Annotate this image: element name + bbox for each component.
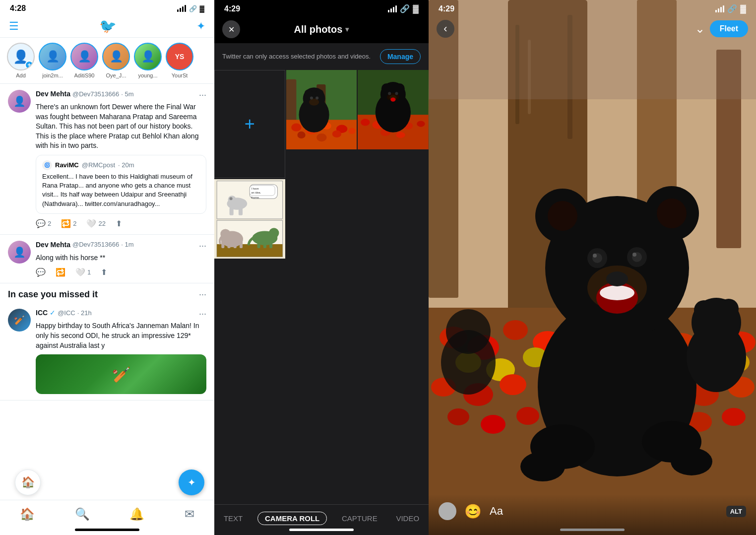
photos-battery-icon: ▓ (413, 4, 419, 13)
svg-point-17 (310, 97, 313, 100)
reply-btn-1[interactable]: 💬 2 (36, 219, 51, 228)
hamburger-menu-icon[interactable]: ☰ (9, 20, 19, 33)
icc-avatar[interactable]: 🏏 (8, 309, 31, 332)
tweet-more-2[interactable]: ··· (199, 241, 206, 251)
fleet-chevron-down-icon: ⌄ (695, 22, 705, 36)
svg-point-95 (500, 374, 526, 395)
fleet-alt-button[interactable]: ALT (726, 506, 746, 517)
tweet-header-2: Dev Mehta @Dev73513666 · 1m ··· (36, 241, 206, 251)
icc-tweet-item: 🏏 ICC ✓ @ICC · 21h ··· Happy birthday to… (0, 303, 214, 401)
story-avatar-2[interactable]: 👤 (39, 43, 66, 70)
svg-point-8 (297, 132, 305, 138)
story-item-6[interactable]: YS YourSt (166, 43, 193, 78)
like-btn-1[interactable]: 🤍 22 (86, 219, 105, 228)
photo-cell-bear1[interactable] (286, 70, 357, 149)
tweet-more-1[interactable]: ··· (199, 90, 206, 100)
feed-time: 4:28 (10, 4, 26, 13)
add-photo-cell[interactable]: + (214, 70, 285, 178)
tweet-name-1: Dev Mehta (36, 90, 70, 98)
twitter-feed-panel: 4:28 🔗 ▓ ☰ 🐦 ✦ 👤 + Add (0, 0, 214, 535)
svg-point-134 (719, 299, 739, 319)
retweet-btn-1[interactable]: 🔁 2 (61, 219, 76, 228)
story-avatar-6[interactable]: YS (166, 43, 193, 70)
svg-point-11 (348, 128, 355, 134)
bear-photo-2-img (358, 70, 429, 149)
icc-handle: @ICC (58, 309, 75, 317)
story-avatar-5[interactable]: 👤 (134, 43, 162, 70)
icc-more[interactable]: ··· (199, 309, 206, 319)
add-story-avatar[interactable]: 👤 + (7, 43, 35, 70)
tweet-avatar-1[interactable]: 👤 (8, 90, 31, 113)
svg-point-119 (548, 201, 577, 231)
tweet-item-2: 👤 Dev Mehta @Dev73513666 · 1m ··· Along … (0, 235, 214, 284)
home-shortcut-button[interactable]: 🏠 (15, 469, 41, 495)
fleet-bear-image (429, 0, 756, 535)
tab-text[interactable]: TEXT (220, 512, 247, 525)
share-btn-1[interactable]: ⬆ (116, 219, 122, 228)
svg-point-25 (417, 121, 425, 127)
quoted-tweet-1[interactable]: 🌀 RaviMC @RMCpost · 20m Excellent... I h… (36, 155, 206, 214)
story-item-2[interactable]: 👤 join2m... (39, 43, 66, 78)
fleet-back-button[interactable]: ‹ (437, 20, 454, 38)
compose-tweet-button[interactable]: ✦ (179, 469, 204, 495)
story-label-3: AditiS90 (74, 72, 95, 78)
photo-cell-comic[interactable]: My face is out of the frame. I have an i… (214, 179, 285, 259)
story-label-5: young... (138, 72, 157, 78)
fleet-viewer-panel: 4:29 🔗 ▓ ‹ ⌄ Fleet 😊 Aa ALT (429, 0, 756, 535)
icc-user-info: ICC ✓ @ICC · 21h (36, 309, 92, 317)
nav-search-button[interactable]: 🔍 (69, 505, 96, 523)
nav-notifications-button[interactable]: 🔔 (124, 505, 150, 523)
fleet-bottom-bar: 😊 Aa ALT (429, 494, 756, 535)
section-title: In case you missed it (8, 289, 98, 300)
photos-title[interactable]: All photos ▾ (294, 24, 349, 35)
twitter-logo: 🐦 (99, 18, 117, 34)
story-avatar-4[interactable]: 👤 (102, 43, 130, 70)
svg-point-36 (391, 98, 396, 102)
svg-point-31 (395, 83, 405, 93)
add-story-item[interactable]: 👤 + Add (7, 43, 35, 78)
tab-capture[interactable]: CAPTURE (338, 512, 381, 525)
tweet-item-1: 👤 Dev Mehta @Dev73513666 · 5m ··· There'… (0, 84, 214, 235)
signal-icon (177, 5, 186, 12)
photo-cell-bear2[interactable] (358, 70, 429, 149)
nav-home-button[interactable]: 🏠 (14, 505, 41, 523)
svg-point-34 (395, 92, 398, 95)
fleet-emoji-button[interactable]: 😊 (464, 503, 482, 520)
story-avatar-3[interactable]: 👤 (70, 43, 98, 70)
tweet-user-info-1: Dev Mehta @Dev73513666 · 5m (36, 90, 133, 98)
tweet-actions-2: 💬 🔁 🤍 1 ⬆ (36, 268, 206, 277)
fleet-nav: ‹ ⌄ Fleet (429, 0, 756, 44)
bear-photo-1-img (286, 70, 357, 149)
retweet-count-1: 2 (73, 220, 76, 227)
tab-camera-roll[interactable]: CAMERA ROLL (257, 512, 327, 525)
fleet-text-button[interactable]: Aa (490, 505, 503, 518)
photos-home-indicator (289, 529, 354, 531)
svg-rect-58 (240, 239, 243, 248)
like-count-1: 22 (98, 220, 105, 227)
share-btn-2[interactable]: ⬆ (101, 268, 107, 277)
photos-close-button[interactable]: ✕ (222, 20, 240, 38)
like-icon-2: 🤍 (75, 268, 85, 277)
nav-messages-button[interactable]: ✉ (179, 505, 200, 523)
retweet-btn-2[interactable]: 🔁 (56, 268, 65, 277)
svg-point-10 (332, 131, 341, 137)
tab-video[interactable]: VIDEO (392, 512, 423, 525)
sparkle-icon[interactable]: ✦ (196, 20, 205, 33)
section-more[interactable]: ··· (199, 289, 206, 300)
fleet-button[interactable]: Fleet (710, 20, 748, 37)
story-item-5[interactable]: 👤 young... (134, 43, 162, 78)
story-item-4[interactable]: 👤 Oye_J... (102, 43, 130, 78)
manage-photos-button[interactable]: Manage (380, 49, 421, 64)
tweet-avatar-2[interactable]: 👤 (8, 241, 31, 264)
svg-rect-63 (269, 240, 272, 248)
photos-time: 4:29 (224, 4, 240, 13)
tweet-body-1: Dev Mehta @Dev73513666 · 5m ··· There's … (36, 90, 206, 228)
svg-point-15 (315, 89, 323, 97)
back-chevron-icon: ‹ (443, 22, 447, 35)
fleet-color-picker[interactable] (439, 502, 456, 520)
reply-btn-2[interactable]: 💬 (36, 268, 46, 277)
like-btn-2[interactable]: 🤍 1 (75, 268, 91, 277)
close-icon: ✕ (228, 25, 235, 34)
story-item-3[interactable]: 👤 AditiS90 (70, 43, 98, 78)
quoted-avatar-1: 🌀 (42, 160, 52, 170)
